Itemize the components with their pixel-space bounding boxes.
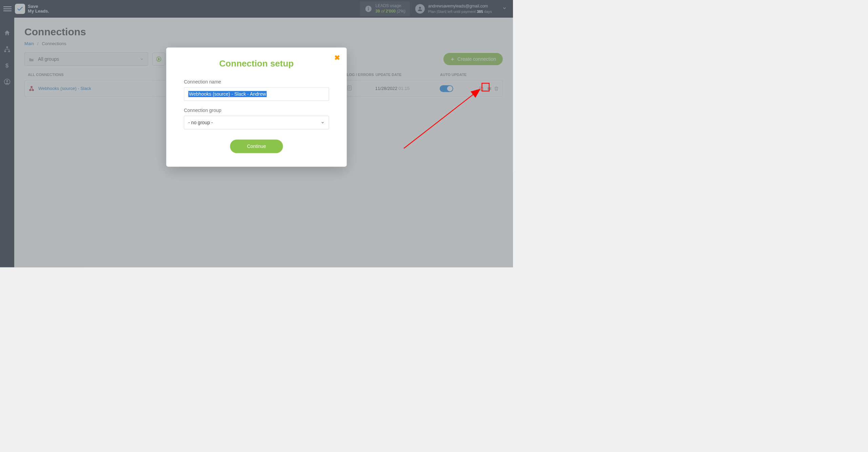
modal-title: Connection setup bbox=[184, 58, 329, 69]
name-label: Connection name bbox=[184, 79, 329, 84]
group-label: Connection group bbox=[184, 108, 329, 113]
connection-name-input[interactable]: Webhooks (source) - Slack - Andrew bbox=[184, 87, 329, 101]
close-icon[interactable]: ✖ bbox=[334, 54, 340, 62]
continue-button[interactable]: Continue bbox=[230, 139, 283, 153]
connection-group-select[interactable]: - no group - bbox=[184, 116, 329, 129]
modal-overlay[interactable]: ✖ Connection setup Connection name Webho… bbox=[0, 0, 513, 267]
chevron-down-icon bbox=[321, 120, 325, 125]
connection-setup-modal: ✖ Connection setup Connection name Webho… bbox=[166, 48, 347, 167]
